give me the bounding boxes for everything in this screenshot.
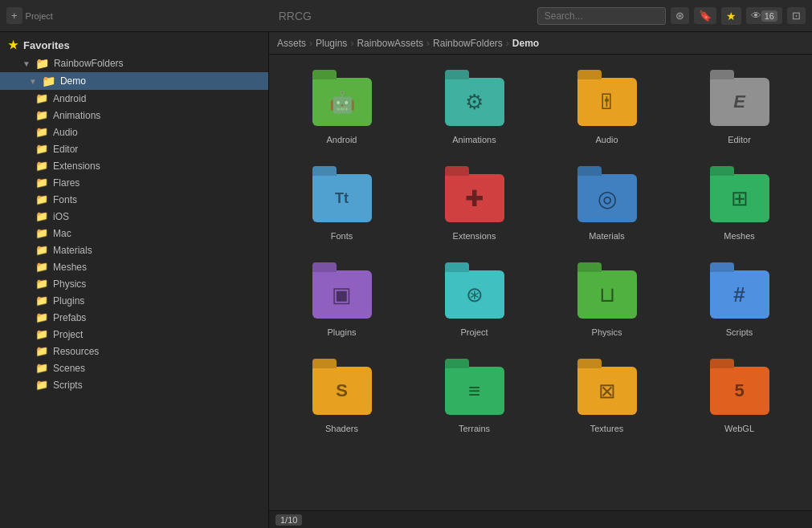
folder-tile-icon: ◎ xyxy=(598,185,617,212)
main-layout: ★ Favorites ▼ 📁 RainbowFolders ▼ 📁 Demo … xyxy=(0,32,812,528)
folder-shape: ▣ xyxy=(312,270,372,319)
sidebar-favorites[interactable]: ★ Favorites xyxy=(0,35,268,55)
folder-shape: S xyxy=(312,367,372,415)
folder-tile-shaders[interactable]: S Shaders xyxy=(282,356,402,440)
folder-tile-physics[interactable]: ⊔ Physics xyxy=(547,260,667,343)
item-label: Meshes xyxy=(53,262,87,273)
folder-shape: ⊛ xyxy=(445,270,504,319)
item-label: Flares xyxy=(53,177,80,189)
folder-icon: 📁 xyxy=(35,379,48,391)
sidebar-item-materials[interactable]: 📁 Materials xyxy=(0,242,268,258)
sidebar-item-android[interactable]: 📁 Android xyxy=(0,90,268,107)
item-label: iOS xyxy=(53,211,69,222)
search-input[interactable] xyxy=(537,7,666,25)
bookmark-button[interactable]: 🔖 xyxy=(694,7,716,24)
folder-icon: 📁 xyxy=(35,109,48,121)
breadcrumb-current: Demo xyxy=(512,38,539,49)
sidebar-item-project[interactable]: 📁 Project xyxy=(0,326,268,343)
folder-icon: 📁 xyxy=(35,311,48,323)
item-label: Android xyxy=(53,93,86,104)
folder-tile-label: Meshes xyxy=(724,231,755,241)
filter-button[interactable]: ⊛ xyxy=(671,7,689,24)
content-area: Assets › Plugins › RainbowAssets › Rainb… xyxy=(269,32,812,528)
folder-tile-android[interactable]: 🤖 Android xyxy=(282,67,402,151)
folder-icon: 📁 xyxy=(42,75,55,87)
folder-thumb: ≡ xyxy=(443,363,507,419)
folder-tile-label: WebGL xyxy=(724,424,754,433)
statusbar: 1/10 xyxy=(269,510,812,528)
folder-tile-label: Android xyxy=(327,135,357,144)
folder-thumb: ⊠ xyxy=(575,363,639,419)
sidebar-item-meshes[interactable]: 📁 Meshes xyxy=(0,258,268,275)
folder-icon: 📁 xyxy=(35,278,48,290)
sidebar-item-extensions[interactable]: 📁 Extensions xyxy=(0,157,268,174)
item-label: Animations xyxy=(53,110,100,121)
folder-icon: 📁 xyxy=(35,294,48,307)
folder-tile-plugins[interactable]: ▣ Plugins xyxy=(282,260,402,343)
sidebar-item-flares[interactable]: 📁 Flares xyxy=(0,174,268,191)
sidebar-item-physics[interactable]: 📁 Physics xyxy=(0,275,268,292)
sidebar-item-scripts[interactable]: 📁 Scripts xyxy=(0,376,268,393)
folder-tile-meshes[interactable]: ⊞ Meshes xyxy=(679,164,799,247)
breadcrumb-assets[interactable]: Assets xyxy=(277,38,306,49)
add-button[interactable]: + xyxy=(6,7,22,24)
folder-tile-project[interactable]: ⊛ Project xyxy=(414,260,534,343)
folder-tile-terrains[interactable]: ≡ Terrains xyxy=(414,356,534,440)
folder-tile-animations[interactable]: ⚙ Animations xyxy=(414,67,534,151)
folder-tile-icon: ⊛ xyxy=(466,282,484,307)
folder-shape: ⊠ xyxy=(577,367,637,415)
folder-tile-icon: ⚙ xyxy=(465,90,484,115)
breadcrumb-rainbowfolders[interactable]: RainbowFolders xyxy=(433,38,503,49)
folder-icon: 📁 xyxy=(35,126,48,138)
maximize-button[interactable]: ⊡ xyxy=(787,7,806,24)
sidebar-item-ios[interactable]: 📁 iOS xyxy=(0,208,268,225)
folder-thumb: 5 xyxy=(708,363,772,419)
favorites-star-icon: ★ xyxy=(8,39,18,51)
folder-shape: 5 xyxy=(710,367,769,415)
folder-thumb: ⊔ xyxy=(575,266,639,323)
folder-shape: 🎚 xyxy=(577,78,637,126)
star-button[interactable]: ★ xyxy=(721,7,741,25)
item-label: Audio xyxy=(53,127,78,138)
page-badge: 1/10 xyxy=(275,514,302,526)
sidebar-item-audio[interactable]: 📁 Audio xyxy=(0,124,268,140)
folder-tile-label: Editor xyxy=(728,135,751,144)
folder-shape: 🤖 xyxy=(312,78,372,126)
breadcrumb-rainbowassets[interactable]: RainbowAssets xyxy=(357,38,423,49)
item-label: Fonts xyxy=(53,194,77,205)
sidebar-item-mac[interactable]: 📁 Mac xyxy=(0,225,268,242)
sidebar-item-fonts[interactable]: 📁 Fonts xyxy=(0,191,268,208)
sidebar-item-prefabs[interactable]: 📁 Prefabs xyxy=(0,309,268,326)
rainbowfolders-label: RainbowFolders xyxy=(54,58,124,69)
sidebar-item-animations[interactable]: 📁 Animations xyxy=(0,107,268,124)
sidebar-item-scenes[interactable]: 📁 Scenes xyxy=(0,359,268,376)
folder-tile-textures[interactable]: ⊠ Textures xyxy=(547,356,667,440)
folder-tile-label: Physics xyxy=(592,327,622,337)
folder-tile-icon: # xyxy=(733,282,745,307)
folder-thumb: 🎚 xyxy=(575,74,639,130)
sidebar-item-demo[interactable]: ▼ 📁 Demo xyxy=(0,72,268,90)
breadcrumb-plugins[interactable]: Plugins xyxy=(316,38,347,49)
folder-shape: # xyxy=(710,270,769,319)
sidebar-item-rainbowfolders[interactable]: ▼ 📁 RainbowFolders xyxy=(0,55,268,72)
folder-tile-materials[interactable]: ◎ Materials xyxy=(547,164,667,247)
folder-tile-icon: 🎚 xyxy=(597,90,618,115)
folder-thumb: ⚙ xyxy=(443,74,507,130)
eye-button[interactable]: 👁 16 xyxy=(746,7,782,24)
folder-tile-scripts[interactable]: # Scripts xyxy=(679,260,799,343)
folder-icon: 📁 xyxy=(35,261,48,273)
folder-tile-extensions[interactable]: ✚ Extensions xyxy=(414,164,534,247)
folder-tile-icon: 5 xyxy=(734,380,744,401)
sidebar-item-plugins[interactable]: 📁 Plugins xyxy=(0,292,268,309)
folder-tile-fonts[interactable]: Tt Fonts xyxy=(282,164,402,247)
folder-shape: ✚ xyxy=(445,174,504,222)
folder-tile-label: Fonts xyxy=(331,231,353,241)
folder-tile-editor[interactable]: E Editor xyxy=(679,67,799,151)
folder-tile-label: Animations xyxy=(452,135,496,144)
folder-icon: 📁 xyxy=(35,227,48,239)
folder-thumb: ⊞ xyxy=(708,170,772,226)
folder-tile-audio[interactable]: 🎚 Audio xyxy=(547,67,667,151)
sidebar-item-resources[interactable]: 📁 Resources xyxy=(0,343,268,359)
sidebar-item-editor[interactable]: 📁 Editor xyxy=(0,140,268,157)
folder-tile-webgl[interactable]: 5 WebGL xyxy=(679,356,799,440)
